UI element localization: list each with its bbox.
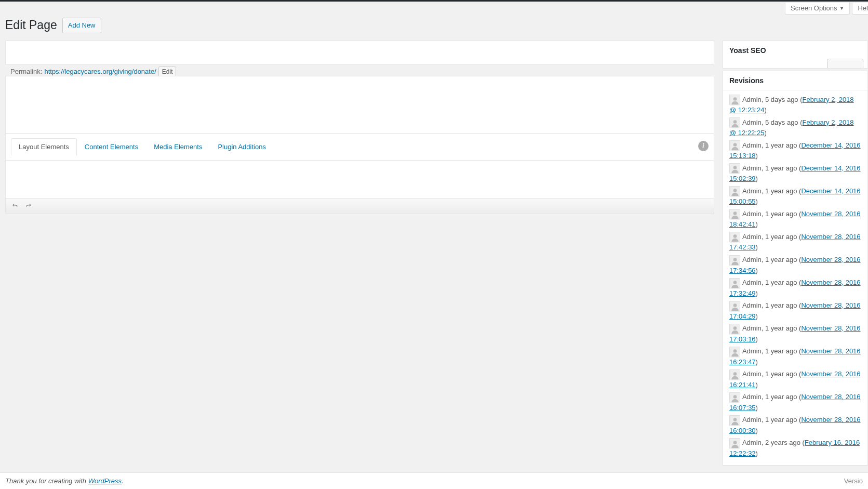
yoast-button-stub[interactable] [827,59,863,68]
add-new-button[interactable]: Add New [62,18,101,33]
revision-item: Admin, 1 year ago (November 28, 2016 17:… [729,277,861,298]
revision-ago: 1 year ago [765,393,797,401]
revisions-title: Revisions [723,71,867,90]
avatar-icon [729,415,740,426]
footer-credit: Thank you for creating with WordPress. V… [0,472,868,474]
help-label: Hel [858,4,868,12]
svg-point-3 [733,120,737,124]
tab-layout-elements[interactable]: Layout Elements [11,138,77,155]
yoast-seo-body [723,56,867,68]
avatar-icon [729,369,740,380]
page-header: Edit Page Add New [0,15,868,41]
revision-ago: 1 year ago [765,187,797,195]
svg-point-15 [733,258,737,261]
revision-ago: 1 year ago [765,370,797,378]
revision-ago: 1 year ago [765,279,797,286]
chevron-down-icon: ▼ [839,5,845,11]
editor-canvas[interactable] [6,161,714,198]
revision-item: Admin, 1 year ago (December 14, 2016 15:… [729,140,861,161]
avatar-icon [729,95,740,105]
revision-item: Admin, 5 days ago (February 2, 2018 @ 12… [729,95,861,115]
avatar-icon [729,347,740,357]
revision-ago: 1 year ago [765,210,797,218]
revision-author: Admin [742,416,762,424]
revision-author: Admin [742,187,762,195]
revision-item: Admin, 1 year ago (November 28, 2016 16:… [729,369,861,390]
avatar-icon [729,209,740,219]
editor-panel: Layout Elements Content Elements Media E… [5,76,714,214]
revision-ago: 1 year ago [765,164,797,172]
avatar-icon [729,392,740,403]
svg-point-11 [733,212,737,216]
svg-point-27 [733,395,737,399]
undo-icon[interactable] [11,202,19,210]
sidebar: Yoast SEO Revisions Admin, 5 days ago (F… [723,41,868,474]
revision-author: Admin [742,118,762,126]
editor-footer [6,198,714,214]
content-wrap: Permalink: https://legacycares.org/givin… [0,41,868,474]
avatar-icon [729,186,740,196]
svg-point-7 [733,166,737,169]
revision-item: Admin, 1 year ago (December 14, 2016 15:… [729,163,861,184]
revision-item: Admin, 1 year ago (November 28, 2016 17:… [729,255,861,275]
revision-author: Admin [742,256,762,263]
info-icon[interactable]: i [698,141,709,151]
revision-ago: 5 days ago [765,96,798,103]
screen-meta-links: Screen Options ▼ Hel [0,2,868,15]
revision-item: Admin, 1 year ago (November 28, 2016 16:… [729,392,861,413]
tab-media-elements[interactable]: Media Elements [146,138,210,155]
svg-point-23 [733,349,737,353]
redo-icon[interactable] [24,202,33,210]
revision-author: Admin [742,393,762,401]
revision-author: Admin [742,279,762,286]
editor-top-space [6,76,714,134]
screen-options-button[interactable]: Screen Options ▼ [785,3,850,15]
revision-item: Admin, 1 year ago (November 28, 2016 18:… [729,209,861,230]
revision-author: Admin [742,164,762,172]
revision-author: Admin [742,324,762,332]
revisions-metabox: Revisions Admin, 5 days ago (February 2,… [723,71,868,466]
revision-ago: 2 years ago [765,439,800,446]
revision-ago: 1 year ago [765,301,797,309]
revision-ago: 5 days ago [765,118,798,126]
svg-point-17 [733,281,737,284]
avatar-icon [729,301,740,311]
post-title-input[interactable] [5,41,714,64]
revision-author: Admin [742,141,762,149]
avatar-icon [729,232,740,242]
svg-point-1 [733,97,737,101]
revision-ago: 1 year ago [765,347,797,355]
revision-author: Admin [742,347,762,355]
yoast-seo-metabox: Yoast SEO [723,41,868,69]
svg-point-21 [733,326,737,330]
screen-options-label: Screen Options [791,4,837,12]
revision-author: Admin [742,370,762,378]
tab-content-elements[interactable]: Content Elements [77,138,146,155]
avatar-icon [729,438,740,448]
avatar-icon [729,163,740,174]
avatar-icon [729,140,740,151]
svg-point-19 [733,303,737,307]
svg-point-5 [733,143,737,147]
revision-item: Admin, 1 year ago (November 28, 2016 17:… [729,323,861,344]
yoast-seo-title: Yoast SEO [723,41,867,56]
svg-point-29 [733,418,737,421]
revisions-list: Admin, 5 days ago (February 2, 2018 @ 12… [723,90,867,465]
svg-point-9 [733,189,737,192]
permalink-edit-button[interactable]: Edit [158,67,177,76]
main-column: Permalink: https://legacycares.org/givin… [5,41,714,214]
revision-item: Admin, 1 year ago (November 28, 2016 16:… [729,346,861,367]
revision-item: Admin, 1 year ago (December 14, 2016 15:… [729,186,861,207]
revision-author: Admin [742,210,762,218]
revision-ago: 1 year ago [765,416,797,424]
revision-author: Admin [742,439,762,446]
revision-item: Admin, 1 year ago (November 28, 2016 17:… [729,300,861,321]
tab-plugin-additions[interactable]: Plugin Additions [210,138,274,155]
editor-tabs: Layout Elements Content Elements Media E… [6,134,714,161]
revision-ago: 1 year ago [765,141,797,149]
svg-point-13 [733,235,737,239]
permalink-url[interactable]: https://legacycares.org/giving/donate/ [44,68,156,75]
revision-ago: 1 year ago [765,256,797,263]
help-button[interactable]: Hel [852,3,868,15]
revision-item: Admin, 5 days ago (February 2, 2018 @ 12… [729,117,861,138]
